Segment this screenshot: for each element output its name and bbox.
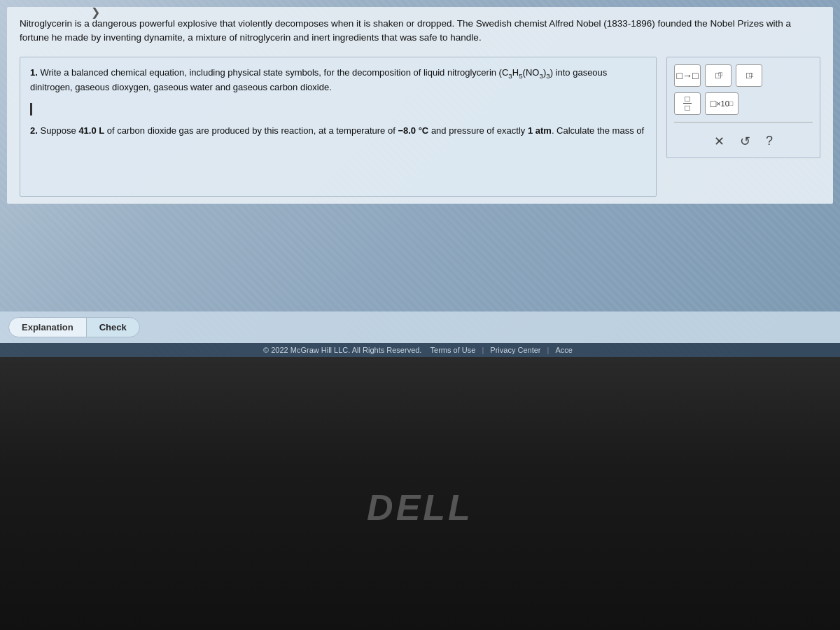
footer-bar: © 2022 McGraw Hill LLC. All Rights Reser… <box>0 343 840 357</box>
help-button[interactable]: ? <box>762 132 777 150</box>
dell-logo: DELL <box>367 486 473 528</box>
terms-of-use-link[interactable]: Terms of Use <box>430 346 476 354</box>
bottom-bar: Explanation Check © 2022 McGraw Hill LLC… <box>0 312 840 357</box>
screen: ❯ Nitroglycerin is a dangerous powerful … <box>0 0 840 357</box>
question-2-number: 2. <box>30 125 38 136</box>
math-toolbar: □→□ □□ □□ □□ □×10□ <box>666 57 820 158</box>
x10-button[interactable]: □×10□ <box>705 92 738 115</box>
x10-label: ×10 <box>716 99 729 108</box>
toolbar-bottom-row: ✕ ↺ ? <box>674 130 813 150</box>
toolbar-row-2: □□ □×10□ <box>674 92 813 115</box>
content-area: Nitroglycerin is a dangerous powerful ex… <box>7 7 833 204</box>
laptop-body: DELL <box>0 357 840 630</box>
reaction-arrow-button[interactable]: □→□ <box>674 64 701 87</box>
answer-input-area[interactable] <box>30 100 646 115</box>
question-1-number: 1. <box>30 67 38 78</box>
footer-separator-1: | <box>479 346 486 354</box>
questions-toolbar-row: 1. Write a balanced chemical equation, i… <box>20 57 820 197</box>
toolbar-row-1: □→□ □□ □□ <box>674 64 813 87</box>
explanation-button[interactable]: Explanation <box>8 317 87 337</box>
check-button[interactable]: Check <box>86 317 140 337</box>
text-cursor <box>30 103 32 115</box>
toolbar-divider <box>674 122 813 122</box>
undo-button[interactable]: ↺ <box>736 132 755 150</box>
dell-brand-text: DELL <box>367 487 473 528</box>
superscript-button[interactable]: □□ <box>736 64 762 87</box>
action-buttons-row: Explanation Check <box>0 312 840 343</box>
question-1: 1. Write a balanced chemical equation, i… <box>30 66 646 95</box>
accessibility-link[interactable]: Acce <box>555 346 572 354</box>
subscript-button[interactable]: □□ <box>705 64 732 87</box>
chevron-icon[interactable]: ❯ <box>91 6 100 19</box>
clear-button[interactable]: ✕ <box>710 132 729 150</box>
copyright-text: © 2022 McGraw Hill LLC. All Rights Reser… <box>263 346 421 354</box>
privacy-center-link[interactable]: Privacy Center <box>490 346 540 354</box>
question-2: 2. Suppose 41.0 L of carbon dioxide gas … <box>30 124 646 138</box>
intro-paragraph: Nitroglycerin is a dangerous powerful ex… <box>20 17 820 46</box>
questions-box: 1. Write a balanced chemical equation, i… <box>20 57 657 197</box>
footer-separator-2: | <box>545 346 551 354</box>
fraction-button[interactable]: □□ <box>674 92 701 115</box>
